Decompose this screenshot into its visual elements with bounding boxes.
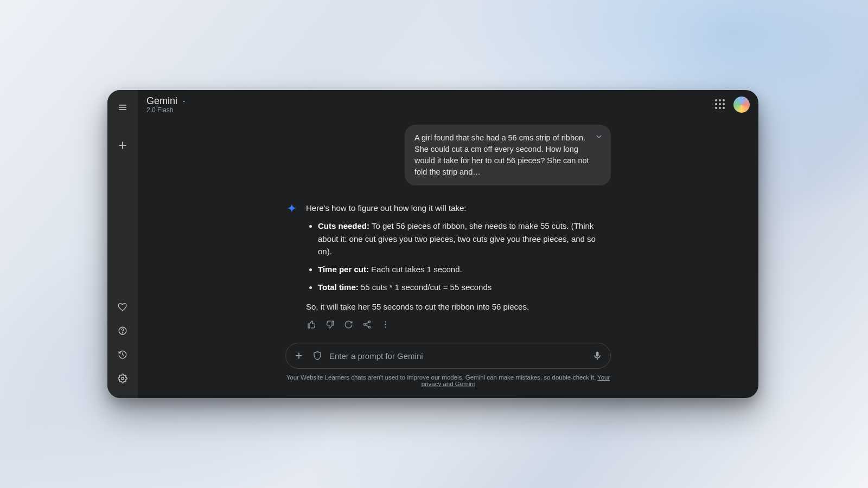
apps-dot-icon xyxy=(715,99,717,101)
add-attachment-button[interactable] xyxy=(292,349,305,362)
topbar: Gemini 2.0 Flash xyxy=(138,90,758,119)
prompt-input-box[interactable] xyxy=(285,343,611,369)
plus-icon xyxy=(117,139,129,151)
mic-icon xyxy=(592,350,603,361)
gemini-window: Gemini 2.0 Flash A girl found t xyxy=(107,90,758,398)
thumbs-down-button[interactable] xyxy=(324,319,335,330)
main-panel: Gemini 2.0 Flash A girl found t xyxy=(138,90,758,398)
mic-button[interactable] xyxy=(591,349,604,362)
account-avatar[interactable] xyxy=(733,97,750,113)
svg-point-14 xyxy=(385,324,386,325)
svg-point-15 xyxy=(385,327,386,328)
gemini-spark-icon xyxy=(285,203,298,216)
menu-icon xyxy=(117,102,128,113)
activity-button[interactable] xyxy=(113,345,132,364)
menu-button[interactable] xyxy=(113,98,132,117)
assistant-intro: Here's how to figure out how long it wil… xyxy=(306,202,611,214)
expand-message-button[interactable] xyxy=(595,132,603,141)
user-message-bubble[interactable]: A girl found that she had a 56 cms strip… xyxy=(405,125,611,185)
svg-line-12 xyxy=(365,325,368,327)
heart-icon xyxy=(118,302,127,312)
gear-icon xyxy=(118,374,127,383)
svg-point-9 xyxy=(363,324,366,326)
plus-icon xyxy=(293,350,305,362)
chat-area: A girl found that she had a 56 cms strip… xyxy=(138,119,758,398)
input-area: Your Website Learners chats aren't used … xyxy=(285,343,611,398)
assistant-message-content: Here's how to figure out how long it wil… xyxy=(306,202,611,330)
user-message-row: A girl found that she had a 56 cms strip… xyxy=(285,125,611,185)
disclaimer-text: Your Website Learners chats aren't used … xyxy=(286,374,597,381)
share-button[interactable] xyxy=(361,319,372,330)
history-icon xyxy=(118,350,127,359)
help-button[interactable] xyxy=(113,321,132,341)
prompt-input[interactable] xyxy=(329,351,585,361)
user-message-text: A girl found that she had a 56 cms strip… xyxy=(414,133,589,176)
svg-point-7 xyxy=(122,377,124,380)
desktop-wallpaper: Gemini 2.0 Flash A girl found t xyxy=(0,0,868,488)
thumbs-up-icon xyxy=(307,320,316,329)
model-subtitle: 2.0 Flash xyxy=(146,106,187,114)
svg-point-8 xyxy=(368,321,370,323)
more-vert-icon xyxy=(381,320,390,329)
assistant-message-row: Here's how to figure out how long it wil… xyxy=(285,202,611,330)
svg-line-11 xyxy=(365,323,368,324)
chevron-down-icon xyxy=(595,132,603,141)
help-icon xyxy=(118,326,127,336)
assistant-bullet: Total time: 55 cuts * 1 second/cut = 55 … xyxy=(318,281,611,293)
model-selector[interactable]: Gemini 2.0 Flash xyxy=(146,95,187,114)
image-button[interactable] xyxy=(311,349,324,362)
settings-button[interactable] xyxy=(113,369,132,388)
new-chat-button[interactable] xyxy=(113,136,132,155)
google-apps-button[interactable] xyxy=(715,99,726,110)
shield-icon xyxy=(312,351,322,361)
thumbs-up-button[interactable] xyxy=(306,319,317,330)
share-icon xyxy=(362,320,372,329)
svg-point-6 xyxy=(122,332,123,333)
app-title: Gemini xyxy=(146,95,177,107)
refresh-icon xyxy=(344,320,353,329)
thumbs-down-icon xyxy=(326,320,335,329)
assistant-bullet-list: Cuts needed: To get 56 pieces of ribbon,… xyxy=(318,220,611,293)
assistant-bullet: Cuts needed: To get 56 pieces of ribbon,… xyxy=(318,220,611,258)
disclaimer: Your Website Learners chats aren't used … xyxy=(285,374,611,394)
sidebar xyxy=(107,90,138,398)
svg-point-13 xyxy=(385,322,386,323)
assistant-actions xyxy=(306,319,611,330)
regenerate-button[interactable] xyxy=(343,319,354,330)
svg-point-10 xyxy=(368,326,370,329)
assistant-conclusion: So, it will take her 55 seconds to cut t… xyxy=(306,300,611,313)
more-options-button[interactable] xyxy=(380,319,391,330)
assistant-bullet: Time per cut: Each cut takes 1 second. xyxy=(318,263,611,275)
chevron-down-icon xyxy=(181,98,187,105)
gem-button[interactable] xyxy=(113,297,132,317)
